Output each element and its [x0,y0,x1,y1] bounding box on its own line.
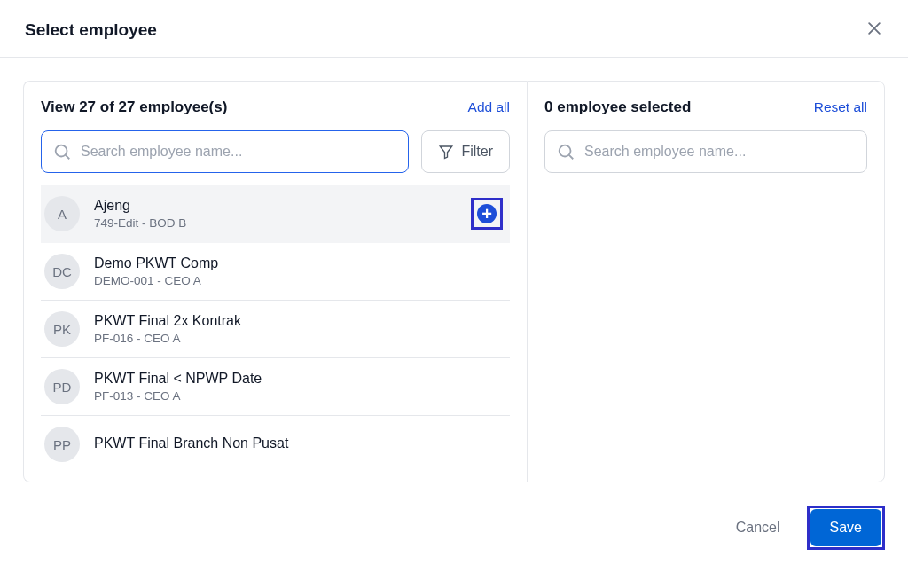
employee-detail: DEMO-001 - CEO A [94,274,506,287]
employee-list[interactable]: AAjeng749-Edit - BOD B+DCDemo PKWT CompD… [41,185,510,478]
right-panel-title: 0 employee selected [544,98,691,116]
employee-name: Demo PKWT Comp [94,255,506,271]
save-button-highlight: Save [807,506,885,550]
filter-label: Filter [461,144,493,160]
list-item[interactable]: DCDemo PKWT CompDEMO-001 - CEO A [41,243,510,301]
avatar: A [44,196,80,231]
svg-marker-4 [441,146,453,159]
employee-name: Ajeng [94,198,471,214]
list-item[interactable]: PKPKWT Final 2x KontrakPF-016 - CEO A [41,301,510,358]
add-employee-button[interactable]: + [471,198,503,230]
svg-point-2 [56,145,67,157]
list-item-text: PKWT Final Branch Non Pusat [94,435,506,454]
reset-all-button[interactable]: Reset all [814,99,867,115]
svg-point-5 [560,145,571,157]
left-list-wrap: AAjeng749-Edit - BOD B+DCDemo PKWT CompD… [41,185,510,482]
modal-header: Select employee [0,0,908,58]
plus-circle-icon: + [477,204,497,223]
modal-footer: Cancel Save [0,506,908,561]
right-search-box[interactable] [544,130,867,173]
list-item[interactable]: AAjeng749-Edit - BOD B+ [41,185,510,243]
employee-name: PKWT Final < NPWP Date [94,371,506,387]
avatar: PK [44,311,80,347]
right-search-input[interactable] [584,144,856,160]
avatar: PD [44,369,80,404]
svg-line-6 [569,155,573,159]
panels-container: View 27 of 27 employee(s) Add all Filter… [0,58,908,506]
add-all-button[interactable]: Add all [468,99,510,115]
close-button[interactable] [865,20,883,41]
svg-line-3 [66,155,69,159]
modal-title: Select employee [25,20,157,40]
list-item[interactable]: PDPKWT Final < NPWP DatePF-013 - CEO A [41,358,510,416]
employee-name: PKWT Final Branch Non Pusat [94,435,506,451]
avatar: PP [44,427,80,462]
employee-detail: PF-013 - CEO A [94,389,506,403]
search-icon [556,142,575,161]
selected-employees-panel: 0 employee selected Reset all [527,81,885,482]
list-item-text: PKWT Final < NPWP DatePF-013 - CEO A [94,371,506,403]
search-icon [52,142,72,161]
employee-detail: 749-Edit - BOD B [94,216,471,230]
employee-name: PKWT Final 2x Kontrak [94,313,506,329]
right-search-row [544,130,867,173]
left-search-box[interactable] [41,130,409,173]
left-search-input[interactable] [81,144,397,160]
list-item[interactable]: PPPKWT Final Branch Non Pusat [41,416,510,473]
cancel-button[interactable]: Cancel [724,511,793,545]
list-item-text: PKWT Final 2x KontrakPF-016 - CEO A [94,313,506,345]
employee-detail: PF-016 - CEO A [94,332,506,345]
save-button[interactable]: Save [810,509,881,546]
left-panel-title: View 27 of 27 employee(s) [41,98,227,116]
avatar: DC [44,254,80,289]
close-icon [865,20,883,37]
filter-button[interactable]: Filter [421,130,510,173]
filter-icon [438,144,454,160]
right-panel-header: 0 employee selected Reset all [544,98,867,116]
list-item-text: Demo PKWT CompDEMO-001 - CEO A [94,255,506,287]
list-item-text: Ajeng749-Edit - BOD B [94,198,471,230]
left-search-row: Filter [41,130,510,173]
left-panel-header: View 27 of 27 employee(s) Add all [41,98,510,116]
available-employees-panel: View 27 of 27 employee(s) Add all Filter… [23,81,527,482]
